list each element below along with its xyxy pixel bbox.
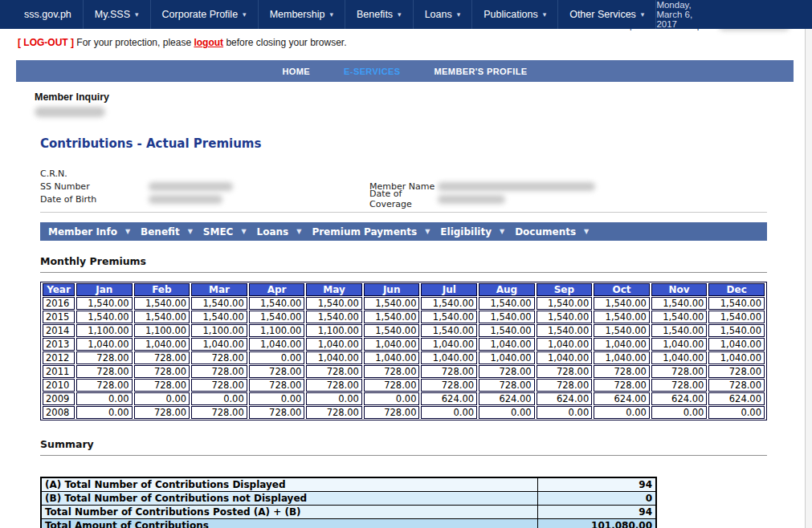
premium-cell: 1,040.00 (594, 338, 650, 351)
year-cell: 2009 (43, 392, 75, 405)
premium-cell: 624.00 (594, 392, 650, 405)
premium-cell: 1,040.00 (479, 338, 535, 351)
summary-value: 101,080.00 (537, 519, 656, 528)
premium-cell: 1,040.00 (191, 338, 247, 351)
topnav-item-sss-gov-ph[interactable]: sss.gov.ph (13, 0, 84, 29)
menubar-item-documents[interactable]: Documents▼ (515, 226, 599, 238)
topnav-item-label: sss.gov.ph (24, 9, 71, 20)
premium-cell: 0.00 (651, 406, 708, 419)
topnav-item-publications[interactable]: Publications▾ (472, 0, 558, 29)
premium-cell: 0.00 (708, 406, 765, 419)
column-header-nov: Nov (651, 283, 708, 296)
premium-cell: 1,040.00 (364, 351, 420, 364)
menubar-item-loans[interactable]: Loans▼ (257, 226, 312, 238)
premium-cell: 728.00 (421, 365, 477, 378)
logout-link[interactable]: logout (194, 37, 223, 48)
premium-cell: 728.00 (708, 379, 765, 392)
premium-cell: 1,100.00 (306, 324, 362, 337)
summary-body: (A) Total Number of Contributions Displa… (41, 477, 656, 528)
premium-cell: 728.00 (249, 365, 305, 378)
summary-heading: Summary (40, 438, 767, 450)
scrollbar[interactable] (805, 29, 812, 528)
top-navbar: sss.gov.phMy.SSS▾Corporate Profile▾Membe… (0, 0, 812, 29)
premium-cell: 728.00 (76, 351, 133, 364)
menubar-item-label: Documents (515, 226, 576, 238)
year-cell: 2012 (43, 351, 75, 364)
premium-cell: 728.00 (594, 365, 650, 378)
menubar-item-smec[interactable]: SMEC▼ (203, 226, 257, 238)
page-title: Contributions - Actual Premiums (40, 136, 767, 151)
menubar-item-label: SMEC (203, 226, 234, 238)
menubar-item-member-info[interactable]: Member Info▼ (48, 226, 141, 238)
premium-cell: 1,040.00 (249, 338, 305, 351)
premiums-body: 20161,540.001,540.001,540.001,540.001,54… (43, 297, 765, 419)
logout-text-before: For your protection, please (76, 37, 191, 48)
year-cell: 2014 (43, 324, 75, 337)
premium-cell: 0.00 (364, 392, 420, 405)
premium-cell: 1,040.00 (134, 338, 190, 351)
column-header-aug: Aug (479, 283, 535, 296)
redacted-date-of-coverage (438, 195, 505, 204)
subnav-item-home[interactable]: HOME (282, 67, 310, 76)
menubar-item-label: Premium Payments (312, 226, 417, 238)
column-header-sep: Sep (537, 283, 593, 296)
topnav-item-label: My.SSS (95, 9, 130, 20)
date-of-birth-label: Date of Birth (40, 194, 149, 205)
topnav-item-other-services[interactable]: Other Services▾ (558, 0, 656, 29)
premium-cell: 0.00 (249, 392, 305, 405)
premium-cell: 728.00 (306, 406, 362, 419)
menubar-item-benefit[interactable]: Benefit▼ (141, 226, 203, 238)
chevron-down-icon: ▼ (125, 228, 130, 235)
premium-cell: 1,540.00 (306, 297, 362, 310)
premium-cell: 728.00 (134, 351, 190, 364)
premium-cell: 728.00 (364, 406, 420, 419)
topnav-item-benefits[interactable]: Benefits▾ (345, 0, 414, 29)
topnav-item-my-sss[interactable]: My.SSS▾ (84, 0, 151, 29)
menubar-item-premium-payments[interactable]: Premium Payments▼ (312, 226, 440, 238)
date-of-coverage-label: Date of Coverage (369, 189, 438, 209)
premium-cell: 1,100.00 (191, 324, 247, 337)
premium-cell: 728.00 (651, 365, 708, 378)
premium-cell: 1,040.00 (479, 351, 535, 364)
column-header-may: May (306, 283, 362, 296)
premium-cell: 1,540.00 (479, 297, 535, 310)
summary-row: Total Number of Contributions Posted (A)… (41, 506, 656, 519)
year-cell: 2015 (43, 311, 75, 323)
premium-cell: 1,540.00 (651, 324, 708, 337)
logout-notice: [ LOG-OUT ] For your protection, please … (18, 37, 812, 48)
year-cell: 2011 (43, 365, 75, 378)
premium-cell: 728.00 (421, 379, 477, 392)
premium-cell: 1,040.00 (364, 338, 420, 351)
premium-cell: 1,540.00 (651, 297, 708, 310)
column-header-feb: Feb (134, 283, 190, 296)
premium-cell: 624.00 (708, 392, 765, 405)
premium-cell: 1,040.00 (537, 351, 593, 364)
premium-cell: 1,540.00 (708, 311, 765, 323)
year-cell: 2016 (43, 297, 75, 310)
menubar-item-eligibility[interactable]: Eligibility▼ (440, 226, 515, 238)
premium-cell: 1,040.00 (421, 338, 477, 351)
premium-cell: 0.00 (76, 392, 133, 405)
premiums-header-row: YearJanFebMarAprMayJunJulAugSepOctNovDec (43, 283, 765, 296)
premium-cell: 728.00 (76, 365, 133, 378)
premium-cell: 728.00 (191, 351, 247, 364)
topnav-item-loans[interactable]: Loans▾ (414, 0, 473, 29)
main-content: Contributions - Actual Premiums C.R.N. S… (40, 136, 767, 528)
summary-value: 0 (537, 492, 656, 506)
subnav-item-e-services[interactable]: E-SERVICES (344, 67, 400, 76)
premium-cell: 1,040.00 (306, 338, 362, 351)
topnav-item-membership[interactable]: Membership▾ (259, 0, 345, 29)
premium-cell: 1,100.00 (134, 324, 190, 337)
premium-cell: 1,040.00 (708, 338, 765, 351)
subnav-item-member-s-profile[interactable]: MEMBER'S PROFILE (435, 67, 528, 76)
topnav-item-label: Loans (425, 9, 452, 20)
topnav-item-corporate-profile[interactable]: Corporate Profile▾ (151, 0, 259, 29)
premium-cell: 0.00 (479, 406, 535, 419)
premium-cell: 1,040.00 (306, 351, 362, 364)
premium-cell: 728.00 (191, 406, 247, 419)
column-header-dec: Dec (708, 283, 765, 296)
premium-cell: 1,540.00 (76, 297, 133, 310)
summary-row: (B) Total Number of Contributions not Di… (41, 492, 656, 506)
current-date: Monday, March 6, 2017 (656, 0, 709, 29)
chevron-down-icon: ▾ (398, 10, 402, 18)
